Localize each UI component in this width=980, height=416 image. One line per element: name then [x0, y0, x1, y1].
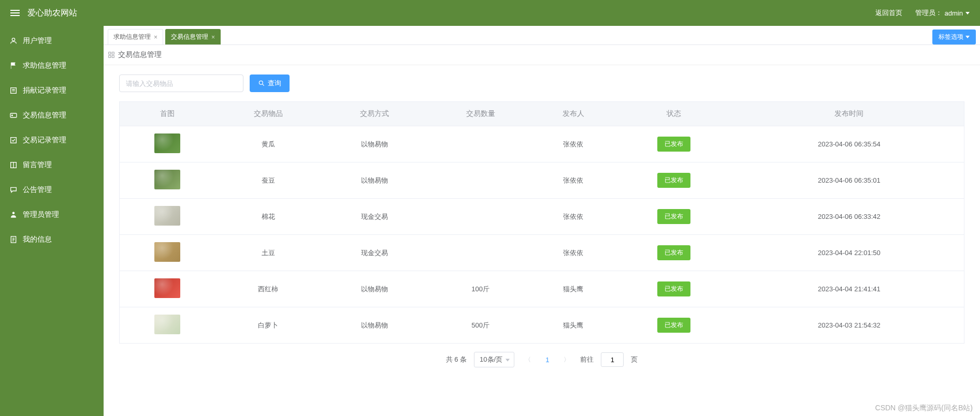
home-link[interactable]: 返回首页	[875, 8, 902, 18]
thumbnail-image	[154, 242, 180, 262]
svg-point-12	[259, 81, 263, 84]
cell-publisher: 张依依	[534, 126, 613, 162]
cell-time: 2023-04-06 06:33:42	[734, 199, 964, 235]
cell-publisher: 猫头鹰	[534, 307, 613, 344]
svg-point-0	[12, 38, 15, 41]
cell-time: 2023-04-03 21:54:32	[734, 307, 964, 344]
cell-item: 棉花	[215, 199, 321, 235]
close-icon[interactable]: ×	[211, 34, 215, 41]
sidebar-item-notice[interactable]: 公告管理	[0, 177, 104, 202]
search-input[interactable]	[119, 75, 243, 92]
sidebar-item-myinfo[interactable]: 我的信息	[0, 227, 104, 252]
table-row[interactable]: 西红柿 以物易物 100斤 猫头鹰 已发布 2023-04-04 21:41:4…	[120, 271, 964, 307]
search-button[interactable]: 查询	[250, 75, 290, 92]
th-time: 发布时间	[734, 102, 964, 126]
header: 爱心助农网站 返回首页 管理员： admin	[0, 0, 980, 26]
table-row[interactable]: 棉花 现金交易 张依依 已发布 2023-04-06 06:33:42	[120, 199, 964, 235]
svg-rect-9	[112, 52, 114, 54]
th-publisher: 发布人	[534, 102, 613, 126]
list-icon	[9, 86, 18, 95]
tab-trade-info[interactable]: 交易信息管理 ×	[165, 29, 221, 44]
caret-down-icon	[965, 36, 970, 38]
sidebar-item-user[interactable]: 用户管理	[0, 28, 104, 53]
th-status: 状态	[613, 102, 734, 126]
total-label: 共 6 条	[446, 355, 467, 364]
cell-qty	[427, 126, 534, 162]
cell-time: 2023-04-04 21:41:41	[734, 271, 964, 307]
table-row[interactable]: 蚕豆 以物易物 张依依 已发布 2023-04-06 06:35:01	[120, 162, 964, 199]
page-size-label: 10条/页	[480, 355, 502, 363]
cell-time: 2023-04-06 06:35:54	[734, 126, 964, 162]
sidebar-item-help[interactable]: 求助信息管理	[0, 53, 104, 78]
goto-input[interactable]	[601, 352, 624, 367]
cell-publisher: 张依依	[534, 235, 613, 271]
th-item: 交易物品	[215, 102, 321, 126]
status-badge: 已发布	[657, 209, 690, 224]
sidebar-item-donation[interactable]: 捐献记录管理	[0, 78, 104, 103]
sidebar-item-label: 公告管理	[23, 185, 52, 195]
sidebar-item-label: 用户管理	[23, 36, 52, 46]
table-row[interactable]: 白萝卜 以物易物 500斤 猫头鹰 已发布 2023-04-03 21:54:3…	[120, 307, 964, 344]
th-method: 交易方式	[321, 102, 427, 126]
svg-rect-8	[109, 52, 111, 54]
page-size-select[interactable]: 10条/页	[474, 352, 514, 367]
sidebar-item-label: 捐献记录管理	[23, 86, 66, 95]
admin-dropdown[interactable]: 管理员： admin	[915, 8, 970, 18]
sidebar: 用户管理 求助信息管理 捐献记录管理 交易信息管理 交易记录管理 留言管理	[0, 26, 104, 416]
status-badge: 已发布	[657, 137, 690, 152]
thumbnail-image	[154, 170, 180, 189]
close-icon[interactable]: ×	[154, 34, 157, 41]
cell-method: 以物易物	[321, 126, 427, 162]
sidebar-item-trade-record[interactable]: 交易记录管理	[0, 128, 104, 153]
flag-icon	[9, 62, 18, 70]
status-badge: 已发布	[657, 173, 690, 188]
user-icon	[9, 37, 18, 45]
cell-method: 以物易物	[321, 307, 427, 344]
table-row[interactable]: 土豆 现金交易 张依依 已发布 2023-04-04 22:01:50	[120, 235, 964, 271]
prev-page-button[interactable]: 〈	[522, 355, 534, 364]
svg-point-6	[12, 212, 15, 214]
tag-options-button[interactable]: 标签选项	[932, 29, 976, 44]
cell-method: 现金交易	[321, 199, 427, 235]
chat-icon	[9, 186, 18, 194]
tab-help-info[interactable]: 求助信息管理 ×	[108, 29, 163, 44]
sidebar-item-label: 交易信息管理	[23, 111, 66, 120]
cell-method: 以物易物	[321, 162, 427, 199]
cell-qty: 100斤	[427, 271, 534, 307]
cell-method: 以物易物	[321, 271, 427, 307]
svg-rect-10	[109, 55, 111, 57]
sidebar-item-message[interactable]: 留言管理	[0, 153, 104, 177]
sidebar-item-label: 交易记录管理	[23, 136, 66, 145]
trade-table: 首图 交易物品 交易方式 交易数量 发布人 状态 发布时间 黄瓜 以物易物 张依…	[119, 101, 964, 344]
cell-time: 2023-04-04 22:01:50	[734, 235, 964, 271]
cell-publisher: 张依依	[534, 199, 613, 235]
tab-label: 交易信息管理	[171, 33, 208, 41]
sidebar-item-label: 管理员管理	[23, 210, 59, 219]
table-row[interactable]: 黄瓜 以物易物 张依依 已发布 2023-04-06 06:35:54	[120, 126, 964, 162]
search-button-label: 查询	[268, 79, 281, 88]
cell-qty	[427, 235, 534, 271]
admin-label: 管理员：	[915, 8, 942, 18]
cell-qty: 500斤	[427, 307, 534, 344]
doc-icon	[9, 235, 18, 244]
sidebar-item-admin[interactable]: 管理员管理	[0, 202, 104, 227]
page-number[interactable]: 1	[541, 356, 553, 364]
next-page-button[interactable]: 〉	[560, 355, 573, 364]
check-icon	[9, 136, 18, 144]
menu-toggle-icon[interactable]	[10, 10, 20, 16]
cell-item: 土豆	[215, 235, 321, 271]
cell-item: 白萝卜	[215, 307, 321, 344]
cell-publisher: 猫头鹰	[534, 271, 613, 307]
status-badge: 已发布	[657, 245, 690, 260]
sidebar-item-trade-info[interactable]: 交易信息管理	[0, 103, 104, 128]
card-icon	[9, 111, 18, 120]
thumbnail-image	[154, 133, 180, 153]
admin-icon	[9, 211, 18, 219]
cell-qty	[427, 162, 534, 199]
svg-rect-11	[112, 55, 114, 57]
sidebar-item-label: 求助信息管理	[23, 61, 66, 70]
goto-label: 前往	[580, 355, 594, 364]
app-title: 爱心助农网站	[27, 8, 77, 19]
breadcrumb: 交易信息管理	[104, 45, 980, 65]
cell-qty	[427, 199, 534, 235]
